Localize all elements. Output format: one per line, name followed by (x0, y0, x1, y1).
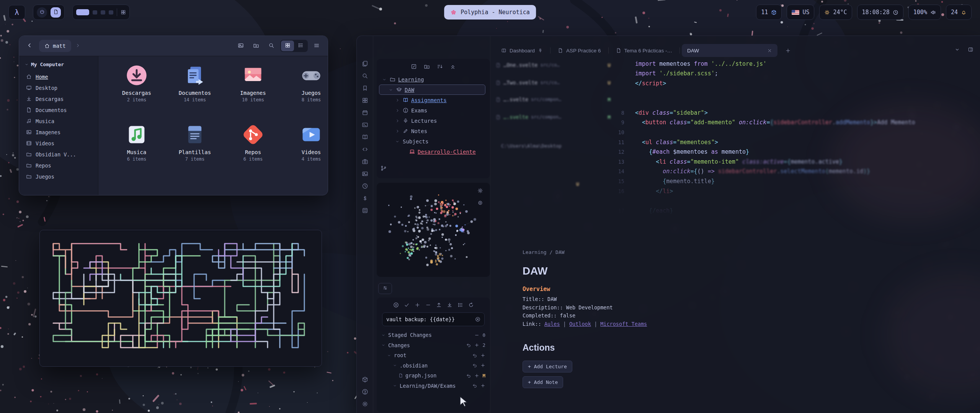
explorer-sort-button[interactable] (437, 63, 443, 70)
git-minus-button[interactable] (425, 302, 431, 308)
sidebar-item-juegos[interactable]: Juegos (23, 171, 94, 182)
folder-documentos[interactable]: Documentos14 items (166, 63, 224, 122)
menu-button[interactable] (310, 40, 323, 52)
tab-daw[interactable]: DAW (682, 44, 777, 57)
git-action-plus-button[interactable] (480, 353, 485, 358)
updates-pill[interactable]: 11 (756, 5, 782, 20)
tab-list-button[interactable] (954, 47, 960, 54)
split-pane-button[interactable] (968, 47, 973, 54)
git-refresh-button[interactable] (468, 302, 474, 308)
git-plus-button[interactable] (415, 302, 420, 308)
folder-repos[interactable]: Repos6 items (224, 122, 282, 182)
sidebar-item-home[interactable]: Home (23, 71, 94, 82)
clear-icon[interactable] (475, 317, 480, 322)
git-row-root[interactable]: root (377, 350, 490, 361)
keyboard-layout-pill[interactable]: US (787, 5, 814, 20)
ribbon-terminal-button[interactable] (362, 122, 368, 128)
tree-item-exams[interactable]: Exams (377, 105, 490, 115)
ribbon-help-button[interactable] (362, 389, 368, 395)
ribbon-calendar-button[interactable] (362, 109, 368, 116)
graph-canvas[interactable] (377, 183, 490, 277)
git-row-learning-daw-exams[interactable]: Learning/DAW/Exams (377, 381, 490, 391)
workspace-1[interactable] (76, 9, 89, 15)
ribbon-gear-button[interactable] (362, 401, 368, 407)
new-folder-button[interactable] (250, 40, 263, 52)
back-button[interactable] (24, 40, 35, 52)
folder-videos[interactable]: Videos4 items (282, 122, 328, 182)
launcher-button[interactable]: λ (8, 5, 25, 20)
link-outlook[interactable]: Outlook (569, 321, 591, 327)
search-button[interactable] (265, 40, 278, 52)
close-tab-icon[interactable] (767, 48, 772, 53)
ribbon-book-button[interactable] (362, 134, 368, 140)
git-action-plus-button[interactable] (480, 383, 485, 388)
ribbon-code-button[interactable] (362, 146, 368, 153)
git-action-plus-button[interactable] (474, 343, 479, 348)
sidebar-item-repos[interactable]: Repos (23, 160, 94, 171)
tree-item-notes[interactable]: Notes (377, 126, 490, 136)
ribbon-clock-button[interactable] (362, 183, 368, 189)
git-action-undo-button[interactable] (472, 353, 477, 358)
folder-imagenes[interactable]: Imagenes10 items (224, 63, 282, 122)
git-row-changes[interactable]: Changes2 (377, 340, 490, 351)
button-add-note[interactable]: + Add Note (523, 376, 563, 388)
git-row-graph-json[interactable]: graph.jsonM (377, 371, 490, 381)
ribbon-bookmark-button[interactable] (362, 85, 368, 91)
commit-message-input[interactable]: vault backup: {{date}} (382, 312, 485, 326)
folder-descargas[interactable]: Descargas2 items (108, 63, 166, 122)
explorer-collapse-button[interactable] (450, 63, 456, 70)
git-row-obsidian[interactable]: .obsidian (377, 361, 490, 371)
breadcrumb[interactable]: matt (39, 40, 71, 52)
sidebar-item-documentos[interactable]: Documentos (23, 104, 94, 115)
power-button[interactable] (37, 7, 47, 18)
tree-item-lectures[interactable]: Lectures (377, 115, 490, 126)
tree-item-learning[interactable]: Learning (377, 74, 490, 85)
tree-item-subjects[interactable]: Subjects (377, 136, 490, 146)
sidebar-item-obsidian-v[interactable]: Obsidian V... (23, 149, 94, 160)
folder-musica[interactable]: Musica6 items (108, 122, 166, 182)
tab-asp-practice-6[interactable]: ASP Practice 6 (552, 44, 606, 57)
sidebar-item-imagenes[interactable]: Imagenes (23, 127, 94, 138)
list-view-button[interactable] (294, 41, 307, 51)
sidebar-item-desktop[interactable]: Desktop (23, 82, 94, 93)
ribbon-dice-button[interactable] (362, 207, 368, 214)
ribbon-search-button[interactable] (362, 73, 368, 79)
tree-item-desarrollo-cliente[interactable]: Desarrollo-Cliente (377, 146, 490, 157)
tree-item-assignments[interactable]: Assignments (377, 95, 490, 105)
filter-toggle[interactable] (378, 283, 392, 294)
grid-view-button[interactable] (281, 41, 294, 51)
git-action-undo-button[interactable] (472, 363, 477, 368)
git-download-button[interactable] (447, 302, 452, 308)
git-branch-icon[interactable] (381, 165, 387, 173)
new-tab-button[interactable] (783, 47, 793, 54)
sidebar-item-musica[interactable]: Musica (23, 115, 94, 127)
explorer-pencil-box-button[interactable] (411, 63, 417, 70)
sidebar-item-descargas[interactable]: Descargas (23, 93, 94, 104)
ribbon-grid-button[interactable] (362, 97, 368, 104)
ribbon-image-button[interactable] (362, 171, 368, 177)
layout-switcher-button[interactable] (121, 10, 126, 15)
volume-pill[interactable]: 100% (908, 5, 941, 20)
code-editor-view[interactable]: import mementoes from '../../store.js'im… (609, 59, 969, 235)
weather-pill[interactable]: 24°C (819, 5, 852, 20)
notifications-pill[interactable]: 24 (946, 5, 972, 20)
now-playing-pill[interactable]: Polyphia - Neurotica (444, 5, 536, 20)
link-microsoft-teams[interactable]: Microsoft Teams (600, 321, 647, 327)
git-action-undo-button[interactable] (466, 343, 471, 348)
ribbon-files-button[interactable] (362, 60, 368, 67)
sidebar-item-videos[interactable]: Videos (23, 138, 94, 149)
workspace-4[interactable] (109, 10, 113, 15)
ribbon-package-button[interactable] (362, 376, 368, 383)
folder-juegos[interactable]: Juegos8 items (282, 63, 328, 122)
thumbnails-button[interactable] (234, 40, 247, 52)
git-row-staged-changes[interactable]: Staged Changes0 (377, 330, 490, 340)
git-action-undo-button[interactable] (466, 373, 471, 378)
git-action-plus-button[interactable] (474, 373, 479, 378)
git-action-plus-button[interactable] (480, 363, 485, 368)
graph-settings-button[interactable] (475, 187, 485, 195)
notes-button[interactable] (51, 7, 61, 18)
git-plus-circle-button[interactable] (393, 302, 399, 308)
git-upload-button[interactable] (436, 302, 442, 308)
link-aules[interactable]: Aules (544, 321, 560, 327)
explorer-folder-plus-button[interactable] (424, 63, 430, 70)
